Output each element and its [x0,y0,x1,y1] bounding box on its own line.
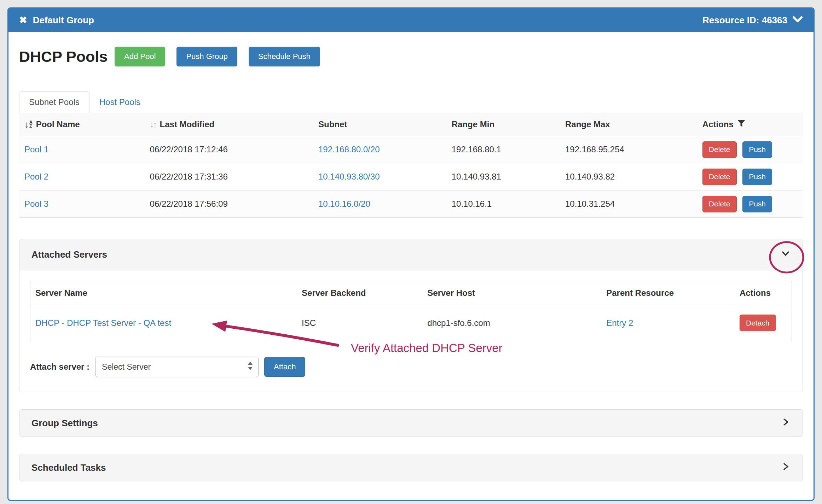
last-modified-value: 06/22/2018 17:12:46 [145,136,313,163]
delete-button[interactable]: Delete [702,196,737,212]
attach-button[interactable]: Attach [264,357,305,377]
col-range-max: Range Max [560,113,697,136]
schedule-push-button[interactable]: Schedule Push [249,47,320,66]
chevron-right-icon [781,462,791,474]
col-pool-name[interactable]: ↓AZ Pool Name [19,113,145,136]
chevron-right-icon [781,417,791,429]
pool-link[interactable]: Pool 3 [24,199,48,209]
push-button[interactable]: Push [742,196,772,212]
range-max-value: 10.10.31.254 [560,191,697,218]
filter-icon[interactable] [737,119,746,130]
attach-server-row: Attach server : Select Server Attach [30,357,792,377]
add-pool-button[interactable]: Add Pool [115,47,165,66]
col-subnet: Subnet [313,113,446,136]
server-backend-value: ISC [297,305,422,341]
subnet-link[interactable]: 10.10.16.0/20 [318,199,370,209]
group-header: ✖ Default Group Resource ID: 46363 [8,8,814,32]
col-server-actions: Actions [735,281,792,305]
col-range-min: Range Min [446,113,560,136]
pool-tabs: Subnet Pools Host Pools [19,91,803,113]
table-row: Pool 3 06/22/2018 17:56:09 10.10.16.0/20… [19,191,803,218]
range-max-value: 192.168.95.254 [560,136,697,163]
attach-server-label: Attach server : [30,362,89,372]
subnet-link[interactable]: 10.140.93.80/30 [318,172,380,181]
table-row: DHCP - DHCP Test Server - QA test ISC dh… [30,305,792,341]
col-parent-resource: Parent Resource [601,281,735,305]
range-min-value: 10.140.93.81 [446,163,560,191]
range-min-value: 192.168.80.1 [446,136,560,163]
col-server-host: Server Host [422,281,601,305]
group-card: ✖ Default Group Resource ID: 46363 DHCP … [7,7,815,501]
pools-table: ↓AZ Pool Name ↓↑ Last Modified Subnet Ra… [19,113,803,218]
detach-button[interactable]: Detach [740,315,776,331]
card-body: DHCP Pools Add Pool Push Group Schedule … [8,32,814,481]
table-row: Pool 2 06/22/2018 17:31:36 10.140.93.80/… [19,163,803,191]
sort-alpha-asc-icon: ↓AZ [24,120,33,129]
col-server-name: Server Name [30,281,297,305]
col-last-modified[interactable]: ↓↑ Last Modified [145,113,313,136]
pools-table-header-row: ↓AZ Pool Name ↓↑ Last Modified Subnet Ra… [19,113,803,136]
chevron-down-icon [781,248,791,261]
range-max-value: 10.140.93.82 [560,163,697,191]
push-button[interactable]: Push [742,169,772,185]
resource-id-label: Resource ID: 46363 [702,15,787,26]
col-actions: Actions [697,113,803,136]
attached-servers-panel: Attached Servers Server Name Server Back… [19,239,803,392]
last-modified-value: 06/22/2018 17:56:09 [145,191,313,218]
attached-servers-title: Attached Servers [31,249,107,260]
chevron-down-icon [787,15,803,26]
last-modified-value: 06/22/2018 17:31:36 [145,163,313,191]
pool-link[interactable]: Pool 2 [24,172,48,181]
page-title: DHCP Pools [19,48,108,65]
servers-table: Server Name Server Backend Server Host P… [30,281,792,341]
group-settings-title: Group Settings [31,418,98,429]
resource-id-toggle[interactable]: Resource ID: 46363 [702,15,803,26]
scheduled-tasks-panel[interactable]: Scheduled Tasks [19,454,803,481]
push-button[interactable]: Push [742,141,772,158]
range-min-value: 10.10.16.1 [446,191,560,218]
group-title: Default Group [33,15,94,26]
server-select[interactable]: Select Server [95,357,259,377]
servers-table-header-row: Server Name Server Backend Server Host P… [30,281,792,305]
server-select-value: Select Server [102,362,151,372]
server-name-link[interactable]: DHCP - DHCP Test Server - QA test [35,318,171,328]
attached-servers-header[interactable]: Attached Servers [19,239,803,270]
group-header-left: ✖ Default Group [19,14,94,26]
push-group-button[interactable]: Push Group [176,47,237,66]
pool-link[interactable]: Pool 1 [24,145,48,154]
group-settings-panel[interactable]: Group Settings [19,409,803,437]
table-row: Pool 1 06/22/2018 17:12:46 192.168.80.0/… [19,136,803,163]
parent-resource-link[interactable]: Entry 2 [606,318,633,328]
attached-servers-body: Server Name Server Backend Server Host P… [19,270,803,392]
scheduled-tasks-title: Scheduled Tasks [31,462,106,473]
select-stepper-icon [247,361,253,373]
title-row: DHCP Pools Add Pool Push Group Schedule … [19,47,803,66]
col-server-backend: Server Backend [297,281,422,305]
delete-button[interactable]: Delete [702,141,737,158]
close-icon[interactable]: ✖ [19,14,27,26]
subnet-link[interactable]: 192.168.80.0/20 [318,145,380,154]
tab-host-pools[interactable]: Host Pools [89,91,150,113]
tab-subnet-pools[interactable]: Subnet Pools [19,91,89,113]
delete-button[interactable]: Delete [702,169,737,185]
sort-updown-icon: ↓↑ [150,120,156,129]
server-host-value: dhcp1-sfo.6.com [422,305,601,341]
